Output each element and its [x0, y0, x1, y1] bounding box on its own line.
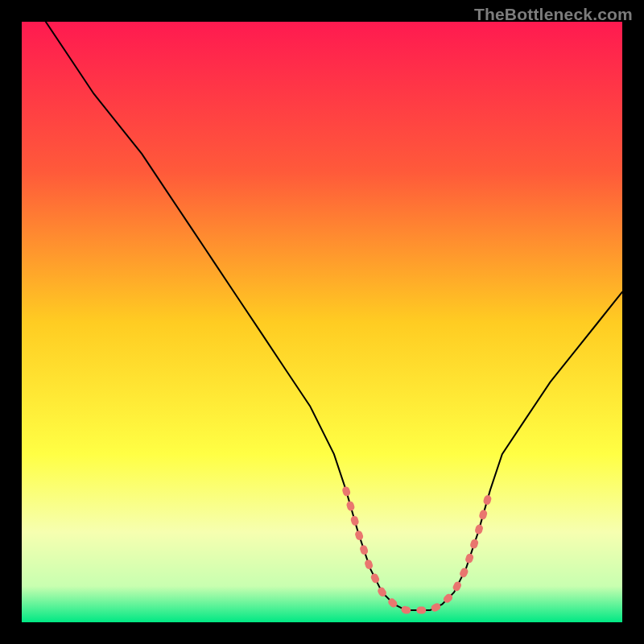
plot-area [22, 22, 622, 622]
watermark-text: TheBottleneck.com [474, 5, 633, 24]
bottleneck-chart [22, 22, 622, 622]
gradient-background [22, 22, 622, 622]
